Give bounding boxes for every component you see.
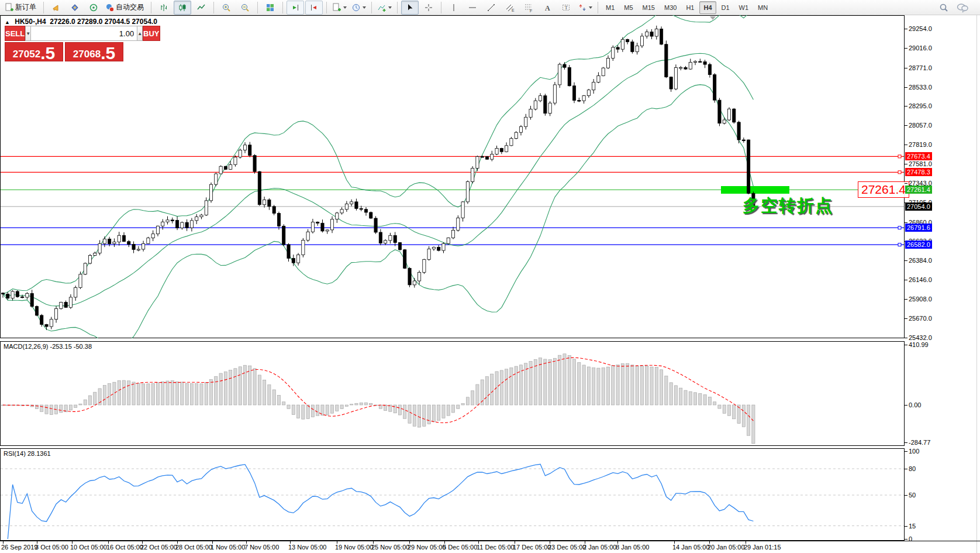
price-tick-mark [905,260,907,261]
volume-increase-button[interactable]: ▲ [137,26,143,41]
trendline-button[interactable] [482,1,500,15]
search-icon [938,2,949,13]
cursor-button[interactable] [401,1,419,15]
timeframe-button-h1[interactable]: H1 [682,1,698,14]
autotrading-button[interactable]: 自动交易 [103,1,147,15]
time-axis-label: 29 Nov 05:00 [408,544,446,551]
timeframe-button-d1[interactable]: D1 [717,1,734,14]
sell-button[interactable]: SELL [5,26,25,41]
toolbar-separator [257,2,258,13]
toolbar-separator [598,2,598,13]
line-chart-icon [196,3,206,12]
volume-input[interactable] [31,26,137,41]
rsi-tick-mark [905,526,907,527]
macd-tick-mark [905,345,907,345]
text-label-button[interactable]: T [557,1,575,15]
indicators-button[interactable] [375,1,394,15]
price-tick-label: 27581.0 [909,160,932,167]
rsi-canvas[interactable] [0,448,905,541]
time-axis-label: 7 Nov 05:00 [244,544,279,551]
fibonacci-icon: F [524,3,533,12]
timeframe-button-m30[interactable]: M30 [660,1,681,14]
price-tick-label: 28533.0 [909,84,932,91]
chat-button[interactable] [954,1,971,15]
collapse-triangle-icon[interactable]: ▲ [5,19,10,25]
buy-price-int: 27068 [73,49,101,60]
buy-button[interactable]: BUY [143,26,160,41]
price-tick-label: 29016.0 [909,44,932,51]
zoom-out-icon [240,3,250,12]
rsi-tick-label: 0 [909,535,912,542]
text-button[interactable]: A [539,1,556,15]
timeframe-button-w1[interactable]: W1 [735,1,753,14]
turning-point-annotation[interactable]: 多空转折点 [743,194,833,218]
toolbar-separator [441,2,441,13]
zoom-out-button[interactable] [236,1,254,15]
volume-decrease-button[interactable]: ▼ [25,26,31,41]
toolbar-separator [282,2,283,13]
new-order-button[interactable]: 新订单 [3,1,40,15]
price-tag: 27478.3 [905,168,932,176]
price-tick-mark [905,164,907,164]
trendline-icon [486,3,496,12]
main-chart-canvas[interactable] [0,15,905,338]
time-axis-label: 5 Dec 05:00 [443,544,477,551]
timeframe-button-mn[interactable]: MN [754,1,772,14]
price-tick-label: 26384.0 [909,257,932,264]
toolbar-separator [213,2,214,13]
macd-tick-label: 0.00 [909,401,921,408]
arrows-button[interactable] [576,1,594,15]
rsi-tick-label: 50 [909,492,916,499]
svg-text:A: A [545,4,550,12]
timeframe-button-m1[interactable]: M1 [602,1,619,14]
line-chart-button[interactable] [192,1,210,15]
timeframe-bar: M1M5M15M30H1H4D1W1MN [601,1,772,14]
megaphone-button[interactable] [47,1,65,15]
equidistant-channel-button[interactable]: E [501,1,519,15]
time-axis-label: 26 Sep 2019 [1,544,37,551]
price-tick-mark [905,145,907,145]
price-tag: 27054.0 [905,202,932,211]
timeframe-button-m5[interactable]: M5 [620,1,637,14]
search-button[interactable] [935,1,953,15]
macd-canvas[interactable] [0,341,905,446]
new-chart-button[interactable] [330,1,348,15]
zoom-in-button[interactable] [218,1,235,15]
chart-shift-button[interactable] [305,1,323,15]
toolbar-separator [397,2,398,13]
zoom-in-icon [222,3,231,12]
autotrading-label: 自动交易 [116,2,144,12]
price-tick-mark [905,106,907,107]
candlestick-chart-button[interactable] [174,1,191,15]
signals-button[interactable] [85,1,102,15]
bar-chart-button[interactable] [155,1,172,15]
time-axis-label: 8 Jan 05:00 [616,544,650,551]
profiles-button[interactable] [350,1,368,15]
sell-price-button[interactable]: 27052 .5 [5,42,63,61]
price-tick-mark [905,338,907,338]
horizontal-line-button[interactable] [464,1,481,15]
autoscroll-icon [291,3,300,12]
chart-shift-marker [710,16,716,20]
crosshair-button[interactable] [420,1,437,15]
tile-windows-button[interactable] [261,1,279,15]
price-tick-label: 28771.0 [909,64,932,71]
symbol-title: HK50-,H4 [15,18,46,26]
autoscroll-button[interactable] [287,1,304,15]
price-callout-box[interactable]: 27261.4 [858,181,909,198]
price-tick-label: 28295.0 [909,102,932,109]
symbol-ohlc: 27226.0 27289.0 27044.5 27054.0 [50,18,157,26]
clock-icon [351,3,361,12]
timeframe-button-h4[interactable]: H4 [699,1,716,14]
main-toolbar: 新订单 自动交易 E F A T [0,0,980,15]
buy-price-button[interactable]: 27068 .5 [65,42,123,61]
metaeditor-button[interactable] [66,1,84,15]
fibonacci-button[interactable]: F [520,1,537,15]
time-axis-label: 13 Nov 05:00 [288,544,326,551]
vertical-line-button[interactable] [445,1,463,15]
price-tick-mark [905,299,907,300]
timeframe-button-m15[interactable]: M15 [639,1,659,14]
metaeditor-icon [70,3,80,12]
price-tick-mark [905,29,907,29]
signals-icon [89,3,98,12]
